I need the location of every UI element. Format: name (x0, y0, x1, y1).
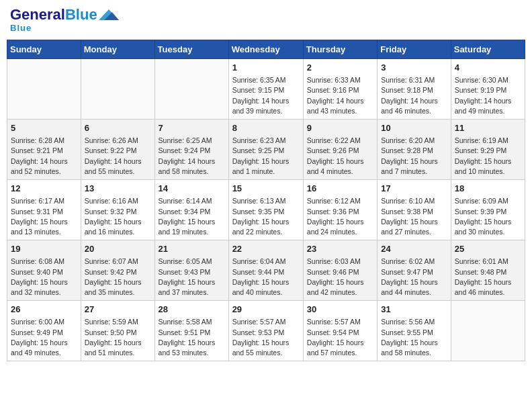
day-info: Sunrise: 6:02 AM Sunset: 9:47 PM Dayligh… (381, 257, 447, 298)
day-info: Sunrise: 6:26 AM Sunset: 9:22 PM Dayligh… (85, 136, 151, 177)
calendar-cell: 14Sunrise: 6:14 AM Sunset: 9:34 PM Dayli… (154, 180, 228, 240)
day-info: Sunrise: 6:25 AM Sunset: 9:24 PM Dayligh… (159, 136, 225, 177)
calendar-week-row: 26Sunrise: 6:00 AM Sunset: 9:49 PM Dayli… (7, 301, 525, 361)
calendar-cell: 18Sunrise: 6:09 AM Sunset: 9:39 PM Dayli… (451, 180, 525, 240)
day-info: Sunrise: 5:58 AM Sunset: 9:51 PM Dayligh… (159, 317, 225, 358)
day-number: 3 (381, 62, 447, 74)
day-info: Sunrise: 6:31 AM Sunset: 9:18 PM Dayligh… (381, 75, 447, 116)
calendar-cell: 30Sunrise: 5:57 AM Sunset: 9:54 PM Dayli… (303, 301, 377, 361)
calendar-cell: 10Sunrise: 6:20 AM Sunset: 9:28 PM Dayli… (378, 120, 451, 180)
day-number: 15 (232, 183, 300, 195)
calendar-week-row: 19Sunrise: 6:08 AM Sunset: 9:40 PM Dayli… (7, 240, 525, 301)
day-info: Sunrise: 6:12 AM Sunset: 9:36 PM Dayligh… (307, 196, 373, 237)
day-number: 7 (159, 122, 225, 134)
day-info: Sunrise: 6:35 AM Sunset: 9:15 PM Dayligh… (232, 75, 300, 116)
day-number: 21 (159, 243, 225, 255)
calendar-cell: 22Sunrise: 6:04 AM Sunset: 9:44 PM Dayli… (228, 240, 303, 301)
calendar-cell: 5Sunrise: 6:28 AM Sunset: 9:21 PM Daylig… (7, 120, 81, 180)
day-info: Sunrise: 5:57 AM Sunset: 9:53 PM Dayligh… (232, 317, 300, 358)
day-number: 19 (11, 243, 77, 255)
day-info: Sunrise: 6:01 AM Sunset: 9:48 PM Dayligh… (455, 257, 521, 298)
weekday-header-tuesday: Tuesday (154, 40, 228, 59)
day-number: 8 (232, 122, 300, 134)
day-number: 31 (381, 304, 447, 316)
calendar-cell: 4Sunrise: 6:30 AM Sunset: 9:19 PM Daylig… (451, 59, 525, 120)
weekday-header-monday: Monday (81, 40, 154, 59)
logo-icon (99, 7, 119, 23)
day-number: 10 (381, 122, 447, 134)
day-number: 11 (455, 122, 521, 134)
calendar-cell: 31Sunrise: 5:56 AM Sunset: 9:55 PM Dayli… (378, 301, 451, 361)
weekday-header-saturday: Saturday (451, 40, 525, 59)
calendar-cell: 1Sunrise: 6:35 AM Sunset: 9:15 PM Daylig… (228, 59, 303, 120)
day-number: 2 (307, 62, 373, 74)
calendar-cell: 3Sunrise: 6:31 AM Sunset: 9:18 PM Daylig… (378, 59, 451, 120)
day-info: Sunrise: 6:14 AM Sunset: 9:34 PM Dayligh… (159, 196, 225, 237)
calendar-cell (451, 301, 525, 361)
calendar-cell: 19Sunrise: 6:08 AM Sunset: 9:40 PM Dayli… (7, 240, 81, 301)
day-info: Sunrise: 6:30 AM Sunset: 9:19 PM Dayligh… (455, 75, 521, 116)
day-number: 18 (455, 183, 521, 195)
day-number: 16 (307, 183, 373, 195)
calendar-cell: 13Sunrise: 6:16 AM Sunset: 9:32 PM Dayli… (81, 180, 154, 240)
weekday-header-thursday: Thursday (303, 40, 377, 59)
day-number: 29 (232, 304, 300, 316)
calendar-week-row: 1Sunrise: 6:35 AM Sunset: 9:15 PM Daylig… (7, 59, 525, 120)
weekday-header-wednesday: Wednesday (228, 40, 303, 59)
day-info: Sunrise: 6:05 AM Sunset: 9:43 PM Dayligh… (159, 257, 225, 298)
page-header: GeneralBlue Blue (7, 7, 525, 33)
calendar-cell: 25Sunrise: 6:01 AM Sunset: 9:48 PM Dayli… (451, 240, 525, 301)
calendar: SundayMondayTuesdayWednesdayThursdayFrid… (7, 40, 525, 361)
day-info: Sunrise: 6:04 AM Sunset: 9:44 PM Dayligh… (232, 257, 300, 298)
day-info: Sunrise: 6:10 AM Sunset: 9:38 PM Dayligh… (381, 196, 447, 237)
logo-text: GeneralBlue (10, 7, 97, 22)
day-number: 20 (85, 243, 151, 255)
day-info: Sunrise: 6:23 AM Sunset: 9:25 PM Dayligh… (232, 136, 300, 177)
calendar-cell (7, 59, 81, 120)
day-info: Sunrise: 6:20 AM Sunset: 9:28 PM Dayligh… (381, 136, 447, 177)
calendar-cell: 12Sunrise: 6:17 AM Sunset: 9:31 PM Dayli… (7, 180, 81, 240)
day-info: Sunrise: 6:00 AM Sunset: 9:49 PM Dayligh… (11, 317, 77, 358)
day-info: Sunrise: 5:56 AM Sunset: 9:55 PM Dayligh… (381, 317, 447, 358)
calendar-cell: 7Sunrise: 6:25 AM Sunset: 9:24 PM Daylig… (154, 120, 228, 180)
day-number: 14 (159, 183, 225, 195)
day-info: Sunrise: 6:19 AM Sunset: 9:29 PM Dayligh… (455, 136, 521, 177)
day-info: Sunrise: 6:07 AM Sunset: 9:42 PM Dayligh… (85, 257, 151, 298)
calendar-cell: 6Sunrise: 6:26 AM Sunset: 9:22 PM Daylig… (81, 120, 154, 180)
logo: GeneralBlue Blue (10, 7, 119, 33)
day-info: Sunrise: 6:09 AM Sunset: 9:39 PM Dayligh… (455, 196, 521, 237)
day-number: 12 (11, 183, 77, 195)
day-number: 13 (85, 183, 151, 195)
day-number: 26 (11, 304, 77, 316)
day-info: Sunrise: 5:57 AM Sunset: 9:54 PM Dayligh… (307, 317, 373, 358)
day-number: 4 (455, 62, 521, 74)
calendar-cell: 20Sunrise: 6:07 AM Sunset: 9:42 PM Dayli… (81, 240, 154, 301)
day-number: 27 (85, 304, 151, 316)
day-info: Sunrise: 6:33 AM Sunset: 9:16 PM Dayligh… (307, 75, 373, 116)
weekday-header-row: SundayMondayTuesdayWednesdayThursdayFrid… (7, 40, 525, 59)
day-number: 17 (381, 183, 447, 195)
calendar-cell (81, 59, 154, 120)
day-number: 1 (232, 62, 300, 74)
calendar-cell: 9Sunrise: 6:22 AM Sunset: 9:26 PM Daylig… (303, 120, 377, 180)
calendar-cell: 26Sunrise: 6:00 AM Sunset: 9:49 PM Dayli… (7, 301, 81, 361)
calendar-cell: 21Sunrise: 6:05 AM Sunset: 9:43 PM Dayli… (154, 240, 228, 301)
calendar-cell: 29Sunrise: 5:57 AM Sunset: 9:53 PM Dayli… (228, 301, 303, 361)
day-info: Sunrise: 6:03 AM Sunset: 9:46 PM Dayligh… (307, 257, 373, 298)
day-info: Sunrise: 6:08 AM Sunset: 9:40 PM Dayligh… (11, 257, 77, 298)
day-number: 28 (159, 304, 225, 316)
day-number: 30 (307, 304, 373, 316)
day-number: 5 (11, 122, 77, 134)
day-info: Sunrise: 6:17 AM Sunset: 9:31 PM Dayligh… (11, 196, 77, 237)
calendar-cell: 17Sunrise: 6:10 AM Sunset: 9:38 PM Dayli… (378, 180, 451, 240)
calendar-cell: 11Sunrise: 6:19 AM Sunset: 9:29 PM Dayli… (451, 120, 525, 180)
day-number: 23 (307, 243, 373, 255)
day-number: 24 (381, 243, 447, 255)
day-number: 25 (455, 243, 521, 255)
logo-blue-text: Blue (10, 23, 119, 33)
calendar-cell (154, 59, 228, 120)
calendar-cell: 24Sunrise: 6:02 AM Sunset: 9:47 PM Dayli… (378, 240, 451, 301)
calendar-cell: 15Sunrise: 6:13 AM Sunset: 9:35 PM Dayli… (228, 180, 303, 240)
calendar-cell: 8Sunrise: 6:23 AM Sunset: 9:25 PM Daylig… (228, 120, 303, 180)
day-number: 6 (85, 122, 151, 134)
